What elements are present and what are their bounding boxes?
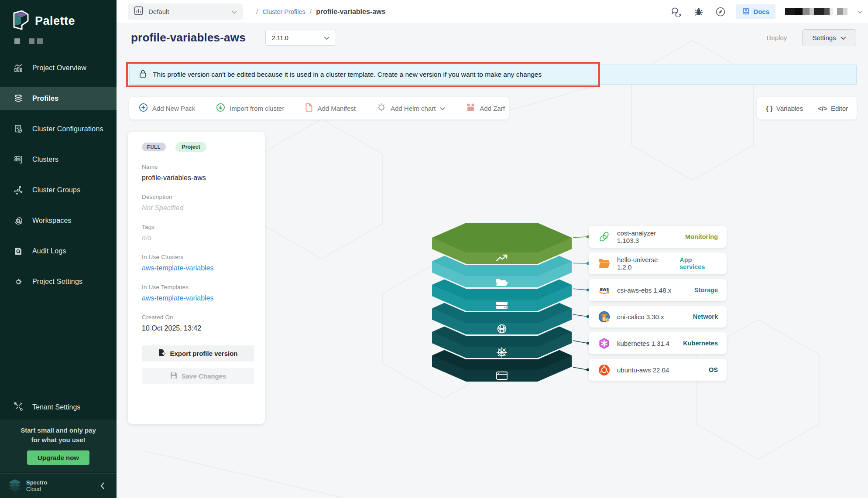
pack-name: hello-universe 1.2.0 — [617, 256, 672, 271]
stack-layer-monitoring[interactable] — [432, 223, 572, 264]
sidebar-item-label: Tenant Settings — [32, 403, 80, 411]
editor-button[interactable]: </> Editor — [818, 105, 848, 112]
pack-row-cost-analyzer[interactable]: cost-analyzer 1.103.3 Monitoring — [589, 226, 727, 248]
profile-layer-stack — [432, 220, 594, 386]
spectro-cloud-logo-icon — [8, 478, 22, 493]
pack-row-kubernetes[interactable]: kubernetes 1.31.4 Kubernetes — [589, 332, 727, 354]
in-use-templates-link[interactable]: aws-template-variables — [142, 294, 253, 302]
sidebar-item-tenant-settings[interactable]: Tenant Settings — [0, 396, 117, 419]
lock-icon — [139, 69, 147, 80]
gear-icon — [13, 276, 24, 287]
sidebar: Palette Project Overview — [0, 0, 117, 498]
app-root: Palette Project Overview — [0, 0, 868, 498]
pack-row-hello-universe[interactable]: hello-universe 1.2.0 App services — [589, 252, 727, 274]
spectro-cloud-label: Spectro Cloud — [26, 479, 47, 492]
export-profile-version-button[interactable]: Export profile version — [142, 345, 254, 362]
pack-name: cni-calico 3.30.x — [617, 313, 664, 321]
sidebar-item-label: Cluster Groups — [32, 186, 80, 194]
sidebar-item-audit-logs[interactable]: Audit Logs — [0, 240, 117, 263]
sidebar-item-label: Clusters — [32, 156, 58, 164]
breadcrumb-link-cluster-profiles[interactable]: Cluster Profiles — [262, 8, 305, 15]
zarf-package-icon — [466, 103, 475, 113]
user-menu-chevron-icon[interactable] — [857, 8, 863, 16]
created-on-label: Created On — [142, 314, 253, 321]
breadcrumb-separator: / — [256, 8, 258, 16]
description-value: Not Specified — [142, 204, 253, 212]
pack-row-csi-aws-ebs[interactable]: aws csi-aws-ebs 1.48.x Storage — [589, 279, 727, 301]
created-on-field: Created On 10 Oct 2025, 13:42 — [142, 314, 253, 332]
docs-button[interactable]: Docs — [736, 4, 775, 19]
redacted-username-block — [785, 8, 847, 15]
description-field: Description Not Specified — [142, 194, 253, 212]
add-new-pack-button[interactable]: Add New Pack — [139, 103, 195, 114]
helm-logo-icon — [377, 102, 386, 114]
sidebar-nav: Project Overview Profiles — [0, 57, 117, 293]
ubuntu-icon — [598, 364, 610, 376]
sidebar-item-profiles[interactable]: Profiles — [0, 87, 117, 110]
docs-label: Docs — [753, 8, 769, 15]
add-helm-chart-button[interactable]: Add Helm chart — [377, 102, 445, 114]
breadcrumb-separator: / — [310, 8, 312, 16]
save-floppy-icon — [170, 372, 177, 380]
bug-report-icon[interactable] — [693, 6, 705, 18]
pack-name: ubuntu-aws 22.04 — [617, 366, 669, 374]
badge-project-scope: Project — [175, 142, 206, 152]
pack-row-cni-calico[interactable]: cni-calico 3.30.x Network — [589, 306, 727, 327]
code-icon: </> — [818, 105, 827, 112]
add-zarf-label: Add Zarf — [480, 105, 505, 112]
upgrade-panel: Start small and only pay for what you us… — [0, 420, 117, 472]
manifest-file-icon — [305, 103, 313, 114]
main-content: profile-variables-aws 2.11.0 Deploy Sett… — [117, 23, 868, 498]
pack-layer-tag: Monitoring — [685, 233, 718, 240]
sidebar-collapse-icon[interactable] — [96, 480, 109, 492]
pack-toolbar: Add New Pack Import from cluster Add Man… — [129, 97, 509, 119]
project-selector[interactable]: Default — [128, 3, 243, 20]
created-on-value: 10 Oct 2025, 13:42 — [142, 324, 253, 332]
sidebar-item-label: Project Overview — [32, 64, 86, 72]
pack-layer-tag: App services — [679, 256, 718, 270]
chat-feedback-icon[interactable] — [671, 6, 683, 18]
folder-icon — [598, 258, 610, 269]
kubecost-icon — [598, 231, 610, 243]
version-select[interactable]: 2.11.0 — [265, 30, 336, 46]
settings-label: Settings — [812, 34, 836, 41]
tags-label: Tags — [142, 224, 253, 230]
palette-logo-icon — [12, 10, 30, 31]
view-switch-card: { } Variables </> Editor — [757, 97, 857, 119]
pack-name: kubernetes 1.31.4 — [617, 340, 669, 347]
upgrade-now-button[interactable]: Upgrade now — [27, 450, 89, 465]
file-export-icon — [158, 349, 165, 358]
sidebar-item-project-overview[interactable]: Project Overview — [0, 57, 117, 79]
badge-full: FULL — [142, 143, 166, 151]
helm-wheel-icon — [497, 347, 507, 358]
page-title: profile-variables-aws — [131, 31, 246, 44]
pack-row-ubuntu-aws[interactable]: ubuntu-aws 22.04 OS — [589, 359, 727, 381]
description-label: Description — [142, 194, 253, 200]
compass-icon[interactable] — [714, 6, 727, 18]
pack-layer-tag: Storage — [694, 287, 718, 293]
upgrade-text-line1: Start small and only pay — [0, 426, 117, 435]
settings-button[interactable]: Settings — [802, 29, 856, 46]
sidebar-item-label: Cluster Configurations — [32, 125, 103, 133]
sidebar-item-workspaces[interactable]: Workspaces — [0, 209, 117, 232]
tags-field: Tags n/a — [142, 224, 253, 242]
brand-name: Palette — [35, 14, 75, 28]
nodes-icon — [13, 185, 24, 195]
sidebar-item-clusters[interactable]: Clusters — [0, 148, 117, 171]
brand-logo: Palette — [0, 0, 117, 31]
add-manifest-label: Add Manifest — [317, 105, 356, 112]
server-icon — [13, 154, 24, 165]
sidebar-item-cluster-configurations[interactable]: Cluster Configurations — [0, 118, 117, 140]
add-zarf-button[interactable]: Add Zarf — [466, 103, 505, 113]
tools-icon — [13, 401, 24, 413]
sidebar-item-project-settings[interactable]: Project Settings — [0, 270, 117, 293]
braces-icon: { } — [766, 105, 773, 112]
sidebar-item-cluster-groups[interactable]: Cluster Groups — [0, 179, 117, 201]
deploy-button[interactable]: Deploy — [758, 30, 795, 46]
add-manifest-button[interactable]: Add Manifest — [305, 103, 356, 114]
in-use-clusters-link[interactable]: aws-template-variables — [142, 264, 253, 272]
variables-button[interactable]: { } Variables — [766, 105, 803, 112]
version-value: 2.11.0 — [272, 34, 288, 41]
import-from-cluster-button[interactable]: Import from cluster — [216, 103, 284, 114]
save-changes-button[interactable]: Save Changes — [142, 368, 254, 384]
